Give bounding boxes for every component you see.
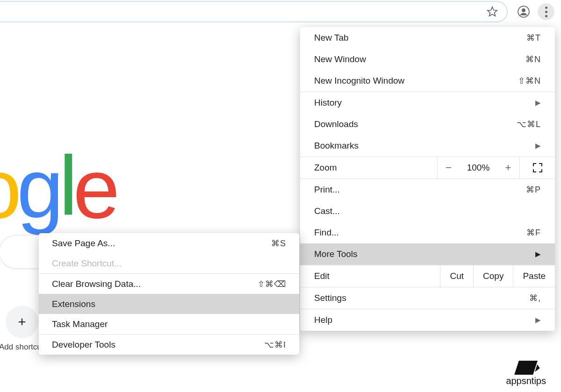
menu-label: Clear Browsing Data... [52,279,141,289]
menu-label: Save Page As... [52,238,115,249]
menu-shortcut: ⌘, [529,293,541,303]
menu-item-find[interactable]: Find... ⌘F [300,222,555,243]
chrome-menu-button[interactable] [538,3,554,20]
menu-shortcut: ⌘T [526,33,541,43]
menu-label: Zoom [300,163,437,173]
profile-icon [518,6,530,18]
plus-icon: + [18,314,26,330]
chevron-right-icon: ▶ [535,99,541,107]
menu-shortcut: ⌘S [271,238,286,249]
zoom-out-button[interactable]: − [437,157,460,178]
svg-point-2 [522,8,525,12]
menu-item-bookmarks[interactable]: Bookmarks ▶ [300,135,555,157]
submenu-item-extensions[interactable]: Extensions [39,294,299,314]
edit-paste-button[interactable]: Paste [513,265,555,287]
menu-label: New Tab [314,33,526,43]
more-vert-icon [545,6,547,18]
svg-marker-0 [488,7,497,16]
menu-shortcut: ⌥⌘L [517,119,541,129]
menu-item-more-tools[interactable]: More Tools ▶ [300,243,555,265]
menu-item-help[interactable]: Help ▶ [300,309,555,331]
logo-letter: e [73,140,115,237]
browser-toolbar [0,0,561,23]
menu-label: More Tools [314,249,531,259]
submenu-item-clear-data[interactable]: Clear Browsing Data... ⇧⌘⌫ [39,274,299,294]
menu-item-new-tab[interactable]: New Tab ⌘T [300,27,555,49]
submenu-item-task-manager[interactable]: Task Manager [39,314,299,334]
menu-item-new-window[interactable]: New Window ⌘N [300,49,555,70]
menu-label: Edit [300,271,440,281]
watermark-icon [514,361,538,375]
menu-label: Downloads [314,119,517,129]
submenu-item-create-shortcut: Create Shortcut... [39,253,299,273]
fullscreen-button[interactable] [519,157,555,178]
menu-label: New Incognito Window [314,76,518,86]
edit-cut-button[interactable]: Cut [440,265,473,287]
menu-label: Create Shortcut... [52,258,122,269]
edit-copy-button[interactable]: Copy [473,265,513,287]
menu-label: Print... [314,185,526,195]
menu-shortcut: ⌥⌘I [264,340,286,350]
menu-item-zoom: Zoom − 100% + [300,157,555,178]
menu-label: Developer Tools [52,340,115,350]
menu-item-downloads[interactable]: Downloads ⌥⌘L [300,114,555,135]
menu-label: Extensions [52,299,95,309]
chrome-main-menu: New Tab ⌘T New Window ⌘N New Incognito W… [300,27,555,331]
logo-letter: o [0,140,17,237]
menu-item-print[interactable]: Print... ⌘P [300,179,555,200]
chevron-right-icon: ▶ [535,142,541,150]
menu-label: Bookmarks [314,141,531,151]
add-shortcut-label: Add shortcut [0,342,43,352]
menu-item-new-incognito[interactable]: New Incognito Window ⇧⌘N [300,70,555,92]
menu-shortcut: ⇧⌘⌫ [258,279,286,289]
menu-label: Find... [314,228,526,238]
add-shortcut-button[interactable]: + [6,306,38,338]
menu-item-cast[interactable]: Cast... [300,200,555,222]
menu-item-edit: Edit Cut Copy Paste [300,265,555,287]
logo-letter: l [59,137,73,234]
omnibox[interactable] [0,1,508,22]
menu-label: Settings [314,293,529,303]
menu-shortcut: ⌘F [526,228,541,238]
menu-label: Cast... [314,206,541,216]
menu-item-settings[interactable]: Settings ⌘, [300,287,555,309]
menu-shortcut: ⇧⌘N [518,76,541,86]
zoom-in-button[interactable]: + [497,157,519,178]
bookmark-star-icon[interactable] [486,6,498,18]
more-tools-submenu: Save Page As... ⌘S Create Shortcut... Cl… [39,233,299,355]
chevron-right-icon: ▶ [535,250,541,258]
menu-label: Help [314,315,531,325]
profile-button[interactable] [515,3,532,20]
submenu-item-save-page[interactable]: Save Page As... ⌘S [39,233,299,253]
submenu-item-dev-tools[interactable]: Developer Tools ⌥⌘I [39,335,299,355]
menu-label: History [314,98,531,108]
menu-label: Task Manager [52,319,108,329]
menu-shortcut: ⌘P [526,185,541,195]
zoom-value: 100% [460,157,497,178]
menu-label: New Window [314,54,525,64]
chevron-right-icon: ▶ [535,316,541,324]
menu-item-history[interactable]: History ▶ [300,92,555,114]
google-logo-fragment: ogle [0,140,115,237]
menu-shortcut: ⌘N [525,54,541,64]
fullscreen-icon [533,163,542,172]
watermark: appsntips [506,361,546,386]
logo-letter: g [17,140,59,237]
watermark-text: appsntips [506,376,546,386]
